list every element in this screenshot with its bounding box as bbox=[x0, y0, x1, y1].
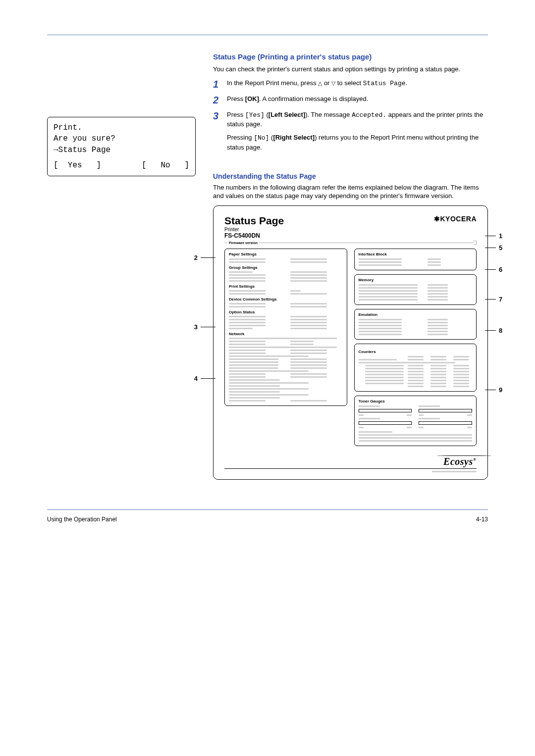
footer-right: 4-13 bbox=[476, 516, 488, 523]
top-rule bbox=[47, 35, 488, 35]
s3-sub-mono: [No] bbox=[254, 134, 269, 142]
paper-settings-title: Paper Settings bbox=[229, 252, 343, 256]
step-2-body: Press [OK]. A confirmation message is di… bbox=[227, 95, 488, 105]
lcd-line-1: Print. bbox=[54, 122, 189, 133]
callout-6: 6 bbox=[499, 266, 502, 273]
s3-mono2: Accepted. bbox=[352, 111, 386, 119]
panel-left-1: Paper Settings Group Settings bbox=[224, 249, 347, 406]
interface-panel: Interface Block bbox=[354, 249, 477, 270]
s3-mid1: ( bbox=[265, 111, 268, 118]
s3-sub-pre: Pressing bbox=[227, 134, 254, 141]
step-1-post: to select bbox=[335, 79, 363, 87]
lcd-screen: Print. Are you sure? →Status Page [ Yes … bbox=[47, 117, 196, 176]
lcd-line-2: Are you sure? bbox=[54, 133, 189, 144]
step-3-body: Press [Yes] ([Left Select]). The message… bbox=[227, 110, 488, 152]
callout-3: 3 bbox=[194, 323, 198, 331]
triangle-down-icon: ▽ bbox=[331, 80, 335, 88]
network-title: Network bbox=[229, 332, 343, 336]
callout-1: 1 bbox=[499, 232, 502, 240]
step-1-end: . bbox=[406, 79, 408, 87]
footer-left: Using the Operation Panel bbox=[47, 516, 117, 523]
counters-panel: Counters bbox=[354, 344, 477, 392]
option-status-title: Option Status bbox=[229, 310, 343, 314]
step-1-pre: In the Report Print menu, press bbox=[227, 79, 318, 87]
s3-sub-bold: [Right Select] bbox=[273, 134, 315, 141]
step-2-post: . A confirmation message is displayed. bbox=[259, 95, 368, 102]
step-2-num: 2 bbox=[213, 95, 227, 105]
section-title: Status Page (Printing a printer's status… bbox=[213, 52, 488, 61]
lcd-line-3: →Status Page bbox=[54, 145, 189, 155]
understanding-title: Understanding the Status Page bbox=[213, 172, 488, 180]
memory-title: Memory bbox=[359, 278, 473, 282]
emulation-title: Emulation bbox=[359, 312, 473, 317]
callout-8: 8 bbox=[499, 327, 502, 334]
sheet-sub-label: Printer bbox=[224, 227, 284, 233]
lcd-no: [ No ] bbox=[142, 160, 189, 171]
device-common-title: Device Common Settings bbox=[229, 297, 343, 302]
kyocera-brand: ✱KYOCERA bbox=[434, 215, 477, 223]
s3-mono1: [Yes] bbox=[245, 111, 265, 119]
s3-pre: Press bbox=[227, 111, 245, 118]
status-page-diagram: 2 3 4 1 5 6 7 8 9 Status Page Printer bbox=[213, 205, 488, 480]
print-settings-title: Print Settings bbox=[229, 284, 343, 289]
bottom-rule bbox=[47, 509, 488, 510]
sheet-title: Status Page bbox=[224, 215, 284, 227]
intro-para: You can check the printer's current stat… bbox=[213, 65, 488, 74]
callout-4: 4 bbox=[194, 375, 198, 382]
understanding-para: The numbers in the following diagram ref… bbox=[213, 183, 488, 201]
emulation-panel: Emulation bbox=[354, 309, 477, 340]
callout-9: 9 bbox=[499, 386, 502, 394]
brand-text: KYOCERA bbox=[440, 215, 477, 223]
kyocera-logo-icon: ✱ bbox=[434, 215, 440, 223]
toner-panel: Toner Gauges bbox=[354, 396, 477, 446]
counters-title: Counters bbox=[359, 350, 376, 354]
group-settings-title: Group Settings bbox=[229, 265, 343, 270]
ecosys-text: Ecosys bbox=[443, 456, 473, 467]
ecosys-logo: Ecosys® bbox=[443, 456, 477, 467]
lcd-yes: [ Yes ] bbox=[54, 160, 101, 171]
toner-title: Toner Gauges bbox=[359, 399, 473, 403]
step-1-mid: or bbox=[322, 79, 331, 87]
status-sheet: Status Page Printer FS-C5400DN ✱KYOCERA … bbox=[213, 205, 488, 480]
step-1-mono: Status Page bbox=[363, 80, 406, 87]
sheet-model: FS-C5400DN bbox=[224, 233, 284, 240]
step-1-body: In the Report Print menu, press △ or ▽ t… bbox=[227, 79, 488, 90]
step-2-pre: Press bbox=[227, 95, 245, 102]
callout-2: 2 bbox=[194, 254, 198, 261]
interface-title: Interface Block bbox=[359, 252, 473, 256]
s3-post1: ). The message bbox=[305, 111, 352, 118]
s3-bold1: [Left Select] bbox=[268, 111, 305, 118]
step-3-num: 3 bbox=[213, 110, 227, 152]
callout-5: 5 bbox=[499, 244, 502, 252]
callout-7: 7 bbox=[499, 296, 502, 303]
memory-panel: Memory bbox=[354, 274, 477, 305]
step-1-num: 1 bbox=[213, 79, 227, 90]
firmware-label: Firmware version bbox=[229, 241, 258, 245]
ecosys-reg: ® bbox=[473, 457, 477, 462]
step-2-bold: [OK] bbox=[245, 95, 259, 102]
